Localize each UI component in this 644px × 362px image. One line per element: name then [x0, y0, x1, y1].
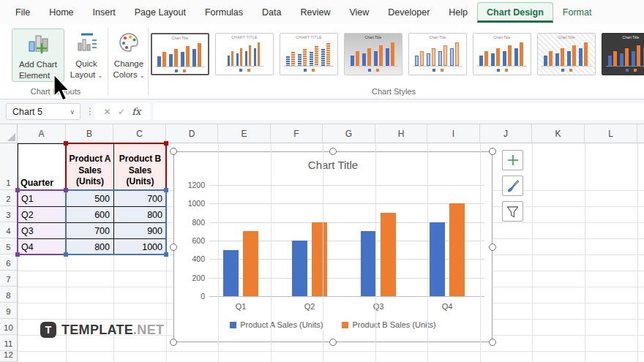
chart-style-7[interactable]: Chart Title: [537, 33, 596, 75]
chart-style-4[interactable]: Chart Title: [344, 33, 402, 75]
chart-style-8[interactable]: Chart Title: [602, 33, 644, 75]
tab-page-layout[interactable]: Page Layout: [125, 1, 195, 23]
tab-file[interactable]: File: [6, 1, 40, 23]
chart-elements-button[interactable]: [502, 150, 523, 170]
tab-review[interactable]: Review: [291, 1, 340, 23]
name-box-chevron-icon[interactable]: ∨: [70, 108, 75, 116]
legend-item[interactable]: Product A Sales (Units): [230, 320, 323, 329]
chart-resize-handle[interactable]: [170, 244, 177, 251]
column-header-g[interactable]: G: [323, 124, 375, 143]
legend-item[interactable]: Product B Sales (Units): [342, 320, 435, 329]
column-header-e[interactable]: E: [218, 124, 271, 143]
chart-filters-button[interactable]: [502, 201, 523, 222]
cell-a4[interactable]: Q3: [18, 222, 67, 239]
tab-view[interactable]: View: [340, 1, 378, 23]
cell-b5[interactable]: 800: [66, 238, 114, 255]
cell-c2[interactable]: 700: [113, 190, 167, 207]
tab-formulas[interactable]: Formulas: [195, 1, 252, 23]
tab-chart-design[interactable]: Chart Design: [477, 2, 553, 23]
column-header-d[interactable]: D: [166, 124, 218, 143]
cell-b1-product-a-header[interactable]: Product A Sales (Units): [66, 143, 114, 191]
row-header-9[interactable]: 9: [0, 303, 17, 319]
tab-developer[interactable]: Developer: [378, 1, 439, 23]
row-header-2[interactable]: 2: [0, 190, 17, 206]
cancel-icon[interactable]: ✕: [104, 107, 111, 117]
chart-style-5[interactable]: Chart Title: [408, 33, 467, 75]
tab-insert[interactable]: Insert: [83, 1, 125, 23]
row-header-10[interactable]: 10: [0, 319, 17, 335]
cell-b2[interactable]: 500: [66, 190, 114, 207]
row-header-4[interactable]: 4: [0, 222, 17, 238]
range-handle[interactable]: [15, 252, 20, 257]
quick-layout-button[interactable]: Quick Layout ⌄: [67, 29, 105, 82]
column-header-j[interactable]: J: [480, 124, 532, 143]
change-colors-button[interactable]: Change Colors ⌄: [110, 29, 148, 82]
row-header-7[interactable]: 7: [0, 271, 17, 287]
row-header-12[interactable]: 12: [0, 351, 17, 362]
cell-c4[interactable]: 900: [113, 222, 167, 239]
column-header-i[interactable]: I: [427, 124, 480, 143]
range-handle[interactable]: [64, 252, 68, 257]
chart-style-6[interactable]: Chart Title: [473, 33, 531, 75]
chart-style-1[interactable]: Chart Title: [151, 33, 209, 75]
column-header-l[interactable]: L: [585, 124, 637, 143]
insert-function-icon[interactable]: fx: [132, 106, 141, 117]
range-handle[interactable]: [164, 252, 168, 257]
tab-data[interactable]: Data: [252, 1, 291, 23]
range-handle[interactable]: [64, 188, 68, 192]
column-header-f[interactable]: F: [271, 124, 323, 143]
cell-a5[interactable]: Q4: [18, 238, 67, 255]
cell-c1-product-b-header[interactable]: Product B Sales (Units): [113, 143, 167, 191]
bar-Q4-series-2[interactable]: [449, 203, 465, 296]
cell-b4[interactable]: 700: [66, 222, 114, 239]
chart-resize-handle[interactable]: [329, 339, 337, 346]
select-all-corner[interactable]: [0, 124, 18, 143]
range-handle[interactable]: [164, 141, 168, 146]
add-chart-element-button[interactable]: Add Chart Element ⌄: [12, 29, 64, 82]
cell-c5[interactable]: 1000: [113, 238, 167, 255]
column-header-a[interactable]: A: [18, 124, 66, 143]
column-header-h[interactable]: H: [375, 124, 427, 143]
formula-input[interactable]: [154, 103, 644, 120]
bar-Q1-series-1[interactable]: [223, 250, 239, 296]
chart-resize-handle[interactable]: [329, 148, 337, 155]
column-header-b[interactable]: B: [66, 124, 113, 143]
chart-legend[interactable]: Product A Sales (Units)Product B Sales (…: [174, 320, 492, 329]
chart-title[interactable]: Chart Title: [174, 159, 492, 171]
chart-styles-button[interactable]: [502, 176, 523, 196]
bar-Q4-series-1[interactable]: [430, 222, 445, 296]
cell-a3[interactable]: Q2: [18, 206, 67, 223]
tab-home[interactable]: Home: [40, 1, 83, 23]
row-header-8[interactable]: 8: [0, 287, 17, 303]
bar-Q3-series-2[interactable]: [381, 213, 396, 296]
chart-resize-handle[interactable]: [489, 339, 496, 346]
enter-icon[interactable]: ✓: [118, 107, 125, 117]
range-handle[interactable]: [15, 188, 20, 192]
cell-a1-quarter[interactable]: Quarter: [18, 143, 67, 191]
column-header-c[interactable]: C: [113, 124, 166, 143]
name-box[interactable]: Chart 5 ∨: [6, 103, 80, 120]
chart-resize-handle[interactable]: [170, 148, 177, 155]
cell-a2[interactable]: Q1: [18, 190, 67, 207]
bar-Q3-series-1[interactable]: [361, 231, 376, 296]
chart-style-3[interactable]: Chart Title: [280, 33, 338, 75]
column-header-k[interactable]: K: [532, 124, 585, 143]
row-header-6[interactable]: 6: [0, 254, 17, 271]
chart-style-2[interactable]: Chart Title: [215, 33, 274, 75]
chart-resize-handle[interactable]: [170, 339, 177, 346]
bar-Q2-series-2[interactable]: [312, 222, 327, 296]
row-header-1[interactable]: 1: [0, 143, 17, 190]
selected-chart[interactable]: Chart Title Product A Sales (Units)Produ…: [173, 151, 493, 342]
range-handle[interactable]: [64, 141, 68, 146]
chart-resize-handle[interactable]: [489, 244, 496, 251]
range-handle[interactable]: [164, 188, 168, 192]
cell-b3[interactable]: 600: [66, 206, 114, 223]
chart-resize-handle[interactable]: [489, 148, 496, 155]
bar-Q2-series-1[interactable]: [292, 241, 307, 296]
tab-help[interactable]: Help: [439, 1, 477, 23]
row-header-3[interactable]: 3: [0, 206, 17, 222]
bar-Q1-series-2[interactable]: [243, 231, 258, 296]
tab-format[interactable]: Format: [553, 1, 602, 23]
row-header-5[interactable]: 5: [0, 238, 17, 254]
cell-c3[interactable]: 800: [113, 206, 167, 223]
